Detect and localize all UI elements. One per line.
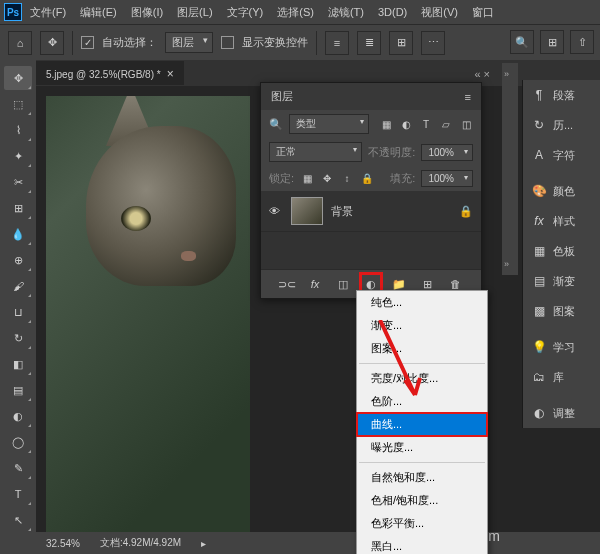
dodge-tool[interactable]: ◯ — [4, 430, 32, 454]
adjustment-context-menu: 纯色... 渐变... 图案... 亮度/对比度... 色阶... 曲线... … — [356, 290, 488, 554]
menu-edit[interactable]: 编辑(E) — [74, 3, 123, 22]
show-transform-label: 显示变换控件 — [242, 35, 308, 50]
pen-tool[interactable]: ✎ — [4, 456, 32, 480]
lasso-tool[interactable]: ⌇ — [4, 118, 32, 142]
ctx-color-balance[interactable]: 色彩平衡... — [357, 512, 487, 535]
type-tool[interactable]: T — [4, 482, 32, 506]
search-icon[interactable]: 🔍 — [510, 30, 534, 54]
share-icon[interactable]: ⇧ — [570, 30, 594, 54]
panel-patterns[interactable]: ▩图案 — [523, 296, 600, 326]
ctx-brightness[interactable]: 亮度/对比度... — [357, 367, 487, 390]
ctx-black-white[interactable]: 黑白... — [357, 535, 487, 554]
ctx-hue-saturation[interactable]: 色相/饱和度... — [357, 489, 487, 512]
filter-shape-icon[interactable]: ▱ — [439, 117, 453, 131]
gradient-tool[interactable]: ▤ — [4, 378, 32, 402]
lock-all-icon[interactable]: 🔒 — [360, 172, 374, 186]
lock-artboard-icon[interactable]: ↕ — [340, 172, 354, 186]
layer-fx-icon[interactable]: fx — [307, 276, 323, 292]
panel-styles[interactable]: fx样式 — [523, 206, 600, 236]
chevron-right-icon[interactable]: ▸ — [201, 538, 206, 549]
ctx-pattern[interactable]: 图案... — [357, 337, 487, 360]
panel-header[interactable]: 图层 ≡ — [261, 83, 481, 110]
menu-select[interactable]: 选择(S) — [271, 3, 320, 22]
collapse-icon[interactable]: « × — [474, 68, 490, 80]
eraser-tool[interactable]: ◧ — [4, 352, 32, 376]
heal-tool[interactable]: ⊕ — [4, 248, 32, 272]
filter-type-dropdown[interactable]: 类型 — [289, 114, 369, 134]
wand-tool[interactable]: ✦ — [4, 144, 32, 168]
filter-type-icon[interactable]: T — [419, 117, 433, 131]
workspace-icon[interactable]: ⊞ — [540, 30, 564, 54]
visibility-icon[interactable]: 👁 — [269, 205, 283, 217]
eyedropper-tool[interactable]: 💧 — [4, 222, 32, 246]
expand-icon[interactable]: » — [504, 259, 516, 269]
filter-pixel-icon[interactable]: ▦ — [379, 117, 393, 131]
ctx-solid-color[interactable]: 纯色... — [357, 291, 487, 314]
menu-3d[interactable]: 3D(D) — [372, 4, 413, 20]
lock-position-icon[interactable]: ✥ — [320, 172, 334, 186]
menu-file[interactable]: 文件(F) — [24, 3, 72, 22]
link-layers-icon[interactable]: ⊃⊂ — [279, 276, 295, 292]
align-icon[interactable]: ≡ — [325, 31, 349, 55]
panel-history[interactable]: ↻历... — [523, 110, 600, 140]
frame-tool[interactable]: ⊞ — [4, 196, 32, 220]
menu-filter[interactable]: 滤镜(T) — [322, 3, 370, 22]
menu-image[interactable]: 图像(I) — [125, 3, 169, 22]
panel-swatches[interactable]: ▦色板 — [523, 236, 600, 266]
filter-smart-icon[interactable]: ◫ — [459, 117, 473, 131]
align-icon[interactable]: ⊞ — [389, 31, 413, 55]
show-transform-checkbox[interactable] — [221, 36, 234, 49]
menu-window[interactable]: 窗口 — [466, 3, 500, 22]
lock-pixels-icon[interactable]: ▦ — [300, 172, 314, 186]
close-icon[interactable]: × — [167, 67, 174, 81]
menu-view[interactable]: 视图(V) — [415, 3, 464, 22]
auto-select-dropdown[interactable]: 图层 — [165, 32, 213, 53]
ctx-levels[interactable]: 色阶... — [357, 390, 487, 413]
fill-input[interactable]: 100% — [421, 170, 473, 187]
filter-row: 🔍 类型 ▦ ◐ T ▱ ◫ — [261, 110, 481, 138]
blend-mode-dropdown[interactable]: 正常 — [269, 142, 362, 162]
separator — [359, 363, 485, 364]
lock-icon[interactable]: 🔒 — [459, 205, 473, 218]
marquee-tool[interactable]: ⬚ — [4, 92, 32, 116]
move-tool[interactable]: ✥ — [4, 66, 32, 90]
search-icon[interactable]: 🔍 — [269, 118, 283, 131]
zoom-level[interactable]: 32.54% — [46, 538, 80, 549]
layer-item-background[interactable]: 👁 背景 🔒 — [261, 191, 481, 232]
move-tool-icon[interactable]: ✥ — [40, 31, 64, 55]
ctx-curves[interactable]: 曲线... — [357, 413, 487, 436]
align-icon[interactable]: ≣ — [357, 31, 381, 55]
libraries-icon: 🗂 — [531, 369, 547, 385]
opacity-input[interactable]: 100% — [421, 144, 473, 161]
blend-row: 正常 不透明度: 100% — [261, 138, 481, 166]
blur-tool[interactable]: ◐ — [4, 404, 32, 428]
panel-paragraph[interactable]: ¶段落 — [523, 80, 600, 110]
panel-libraries[interactable]: 🗂库 — [523, 362, 600, 392]
auto-select-checkbox[interactable] — [81, 36, 94, 49]
panel-color[interactable]: 🎨颜色 — [523, 176, 600, 206]
panel-gradients[interactable]: ▤渐变 — [523, 266, 600, 296]
panel-menu-icon[interactable]: ≡ — [465, 91, 471, 103]
document-image — [46, 96, 250, 532]
ctx-exposure[interactable]: 曝光度... — [357, 436, 487, 459]
top-right-controls: 🔍 ⊞ ⇧ — [510, 30, 594, 54]
document-tab[interactable]: 5.jpeg @ 32.5%(RGB/8) * × — [36, 61, 184, 85]
path-tool[interactable]: ↖ — [4, 508, 32, 532]
home-button[interactable]: ⌂ — [8, 31, 32, 55]
brush-tool[interactable]: 🖌 — [4, 274, 32, 298]
ctx-gradient[interactable]: 渐变... — [357, 314, 487, 337]
layer-mask-icon[interactable]: ◫ — [335, 276, 351, 292]
menu-type[interactable]: 文字(Y) — [221, 3, 270, 22]
panel-learn[interactable]: 💡学习 — [523, 332, 600, 362]
filter-adjust-icon[interactable]: ◐ — [399, 117, 413, 131]
more-options-icon[interactable]: ⋯ — [421, 31, 445, 55]
layer-thumbnail[interactable] — [291, 197, 323, 225]
history-brush-tool[interactable]: ↻ — [4, 326, 32, 350]
panel-adjustments[interactable]: ◐调整 — [523, 398, 600, 428]
ctx-vibrance[interactable]: 自然饱和度... — [357, 466, 487, 489]
crop-tool[interactable]: ✂ — [4, 170, 32, 194]
expand-icon[interactable]: » — [504, 69, 516, 79]
stamp-tool[interactable]: ⊔ — [4, 300, 32, 324]
panel-character[interactable]: A字符 — [523, 140, 600, 170]
menu-layer[interactable]: 图层(L) — [171, 3, 218, 22]
